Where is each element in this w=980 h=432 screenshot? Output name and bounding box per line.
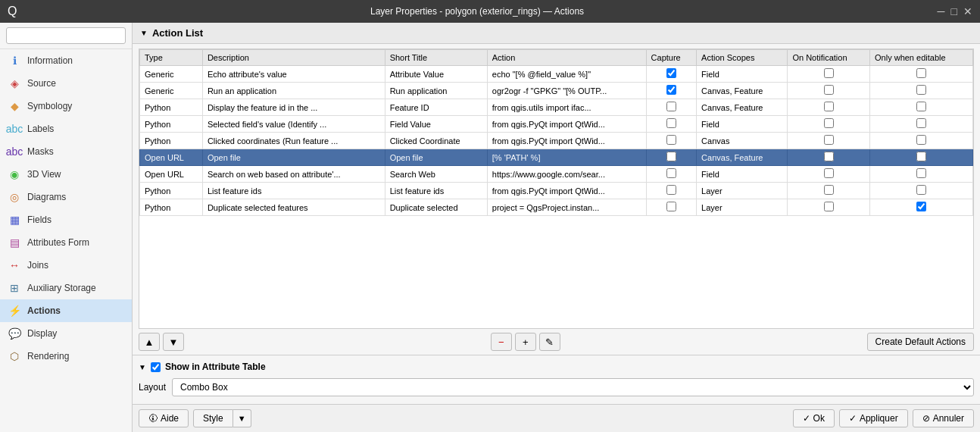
cell-editable-row3[interactable] [870, 116, 973, 133]
sidebar-item-actions[interactable]: ⚡Actions [0, 299, 132, 322]
editable-checkbox-row3[interactable] [916, 118, 926, 128]
layout-select[interactable]: Combo BoxHiddenAutomatic [172, 378, 974, 396]
style-dropdown-button[interactable]: ▼ [233, 409, 251, 427]
cell-notif-row0[interactable] [788, 66, 870, 83]
editable-checkbox-row6[interactable] [916, 168, 926, 178]
cell-editable-row1[interactable] [870, 83, 973, 99]
table-row[interactable]: PythonDisplay the feature id in the ...F… [140, 99, 973, 116]
editable-checkbox-row5[interactable] [916, 152, 926, 161]
action-list-toggle[interactable]: ▼ [140, 29, 148, 37]
style-button[interactable]: Style [193, 409, 233, 427]
table-row[interactable]: PythonDuplicate selected featuresDuplica… [140, 199, 973, 216]
editable-checkbox-row0[interactable] [916, 68, 926, 78]
remove-action-button[interactable]: − [491, 333, 512, 351]
cell-editable-row6[interactable] [870, 166, 973, 183]
capture-checkbox-row7[interactable] [666, 185, 676, 195]
cell-notif-row7[interactable] [788, 183, 870, 199]
move-up-button[interactable]: ▲ [139, 333, 160, 351]
capture-checkbox-row8[interactable] [666, 202, 676, 211]
sidebar-item-masks[interactable]: abcMasks [0, 140, 132, 163]
table-row[interactable]: PythonSelected field's value (Identify .… [140, 116, 973, 133]
maximize-button[interactable]: □ [951, 5, 957, 17]
cell-editable-row7[interactable] [870, 183, 973, 199]
annuler-button[interactable]: ⊘ Annuler [913, 409, 974, 427]
cell-notif-row4[interactable] [788, 133, 870, 149]
table-row[interactable]: GenericEcho attribute's valueAttribute V… [140, 66, 973, 83]
capture-checkbox-row2[interactable] [666, 102, 676, 111]
sidebar-item-information[interactable]: ℹInformation [0, 49, 132, 72]
cell-capture-row2[interactable] [646, 99, 697, 116]
notif-checkbox-row0[interactable] [824, 68, 834, 78]
cell-editable-row4[interactable] [870, 133, 973, 149]
cell-editable-row0[interactable] [870, 66, 973, 83]
cell-notif-row3[interactable] [788, 116, 870, 133]
add-action-button[interactable]: + [515, 333, 536, 351]
editable-checkbox-row8[interactable] [916, 202, 926, 211]
close-button[interactable]: ✕ [963, 5, 972, 17]
editable-checkbox-row7[interactable] [916, 185, 926, 195]
capture-checkbox-row5[interactable] [666, 152, 676, 161]
sidebar-item-diagrams[interactable]: ◎Diagrams [0, 186, 132, 208]
cell-notif-row2[interactable] [788, 99, 870, 116]
notif-checkbox-row6[interactable] [824, 168, 834, 178]
cell-notif-row5[interactable] [788, 149, 870, 166]
sidebar-item-fields[interactable]: ▦Fields [0, 208, 132, 231]
move-down-button[interactable]: ▼ [163, 333, 184, 351]
sidebar-item-source[interactable]: ◈Source [0, 72, 132, 95]
cell-capture-row8[interactable] [646, 199, 697, 216]
create-default-actions-button[interactable]: Create Default Actions [867, 333, 974, 351]
ok-button[interactable]: ✓ Ok [793, 409, 835, 427]
sidebar-item-rendering[interactable]: ⬡Rendering [0, 345, 132, 368]
notif-checkbox-row3[interactable] [824, 118, 834, 128]
notif-checkbox-row5[interactable] [824, 152, 834, 161]
show-in-attrib-checkbox[interactable] [151, 362, 161, 372]
cell-row2-col1: Display the feature id in the ... [202, 99, 385, 116]
search-input[interactable] [6, 27, 126, 44]
cell-capture-row7[interactable] [646, 183, 697, 199]
cell-capture-row1[interactable] [646, 83, 697, 99]
sidebar-item-symbology[interactable]: ◆Symbology [0, 95, 132, 117]
cell-editable-row5[interactable] [870, 149, 973, 166]
table-row[interactable]: Open URLOpen fileOpen file[% 'PATH' %]Ca… [140, 149, 973, 166]
editable-checkbox-row2[interactable] [916, 102, 926, 111]
cell-row5-col0: Open URL [140, 149, 203, 166]
notif-checkbox-row2[interactable] [824, 102, 834, 111]
capture-checkbox-row6[interactable] [666, 168, 676, 178]
sidebar-item-attributes-form[interactable]: ▤Attributes Form [0, 231, 132, 254]
cell-editable-row8[interactable] [870, 199, 973, 216]
notif-checkbox-row7[interactable] [824, 185, 834, 195]
cell-capture-row3[interactable] [646, 116, 697, 133]
sidebar-item-labels[interactable]: abcLabels [0, 117, 132, 140]
minimize-button[interactable]: ─ [938, 5, 945, 17]
sidebar-item-3dview[interactable]: ◉3D View [0, 163, 132, 186]
notif-checkbox-row4[interactable] [824, 135, 834, 145]
cell-capture-row0[interactable] [646, 66, 697, 83]
attrib-toggle[interactable]: ▼ [139, 363, 146, 371]
sidebar-item-joins[interactable]: ↔Joins [0, 254, 132, 277]
table-row[interactable]: Open URLSearch on web based on attribute… [140, 166, 973, 183]
aide-button[interactable]: 🛈 Aide [139, 409, 189, 427]
edit-action-button[interactable]: ✎ [539, 333, 560, 351]
notif-checkbox-row1[interactable] [824, 85, 834, 95]
table-row[interactable]: PythonList feature idsList feature idsfr… [140, 183, 973, 199]
capture-checkbox-row0[interactable] [666, 68, 676, 78]
sidebar-item-auxiliary-storage[interactable]: ⊞Auxiliary Storage [0, 277, 132, 299]
cell-notif-row6[interactable] [788, 166, 870, 183]
table-row[interactable]: PythonClicked coordinates (Run feature .… [140, 133, 973, 149]
capture-checkbox-row1[interactable] [666, 85, 676, 95]
editable-checkbox-row1[interactable] [916, 85, 926, 95]
cell-capture-row5[interactable] [646, 149, 697, 166]
cell-capture-row6[interactable] [646, 166, 697, 183]
cell-notif-row1[interactable] [788, 83, 870, 99]
sidebar-item-display[interactable]: 💬Display [0, 322, 132, 345]
cell-capture-row4[interactable] [646, 133, 697, 149]
cell-notif-row8[interactable] [788, 199, 870, 216]
editable-checkbox-row4[interactable] [916, 135, 926, 145]
table-row[interactable]: GenericRun an applicationRun application… [140, 83, 973, 99]
cell-editable-row2[interactable] [870, 99, 973, 116]
capture-checkbox-row4[interactable] [666, 135, 676, 145]
appliquer-button[interactable]: ✓ Appliquer [839, 409, 908, 427]
notif-checkbox-row8[interactable] [824, 202, 834, 211]
sidebar-label-labels: Labels [27, 124, 54, 134]
capture-checkbox-row3[interactable] [666, 118, 676, 128]
